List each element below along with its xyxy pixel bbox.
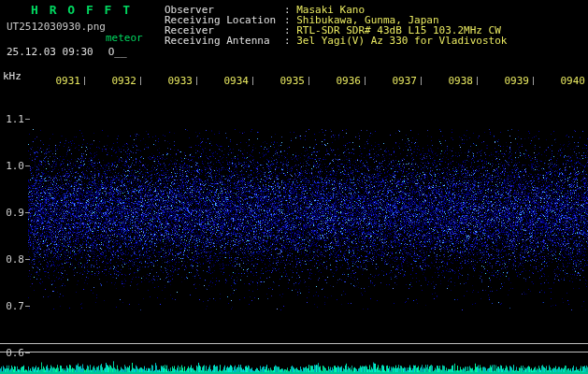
x-tick-mark [421,77,422,85]
x-tick-label: 0935 [277,75,305,87]
y-axis-unit-label: kHz [3,70,22,82]
x-tick-mark [365,77,366,85]
y-tick-label: 0.6 [2,347,24,359]
x-tick-mark [140,77,141,85]
status-indicator: O__ [108,46,127,58]
x-tick-mark [533,77,534,85]
x-tick-label: 0939 [501,75,529,87]
x-tick-mark [196,77,197,85]
x-tick-label: 0938 [445,75,473,87]
x-tick-label: 0937 [389,75,417,87]
x-tick-mark [252,77,253,85]
output-filename: UT2512030930.png [7,21,106,33]
y-tick-label: 1.1 [2,113,24,125]
x-tick-label: 0932 [108,75,136,87]
timestamp-line: 25.12.03 09:30O__ [7,46,127,58]
x-tick-label: 0931 [52,75,80,87]
station-info-row: Receiving Antenna: 3el Yagi(V) Az 330 fo… [165,36,507,46]
y-tick-mark [25,259,30,260]
x-tick-label: 0940 [557,75,585,87]
x-tick-mark [308,77,309,85]
x-tick-mark [84,77,85,85]
app-title: H R O F F T [31,3,132,17]
y-tick-mark [25,352,30,353]
x-tick-label: 0934 [221,75,249,87]
x-tick-label: 0936 [333,75,361,87]
y-tick-label: 0.7 [2,300,24,312]
y-tick-mark [25,119,30,120]
x-tick-label: 0933 [165,75,193,87]
field-label: Receiving Antenna [165,36,284,46]
y-tick-mark [25,165,30,166]
field-colon: : [284,35,296,47]
timestamp: 25.12.03 09:30 [7,46,93,58]
station-info: Observer: Masaki KanoReceiving Location:… [165,5,507,46]
hrofft-screen: H R O F F T UT2512030930.png meteor 25.1… [0,0,588,374]
y-tick-mark [25,306,30,307]
y-tick-label: 1.0 [2,160,24,172]
field-value: 3el Yagi(V) Az 330 for Vladivostok [296,35,507,47]
y-tick-label: 0.8 [2,253,24,266]
x-tick-mark [477,77,478,85]
y-tick-label: 0.9 [2,207,24,219]
mode-label: meteor [106,32,143,44]
y-tick-mark [25,212,30,213]
